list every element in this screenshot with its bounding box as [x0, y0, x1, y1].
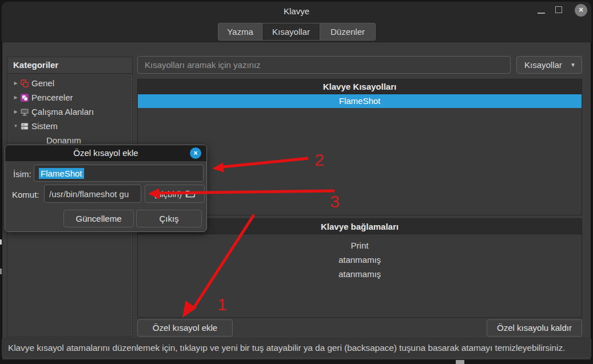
dialog-title: Özel kısayol ekle [73, 148, 138, 158]
windows-magenta-icon [20, 93, 29, 102]
categories-tree: ▶ Genel ▶ Pencereler ▶ [7, 74, 132, 147]
file-chooser-label: (hiçbiri) [154, 189, 182, 199]
sidebar-item-sistem[interactable]: ▼ Sistem [7, 119, 132, 133]
bindings-table: Klavye bağlamaları Print atanmamış atanm… [137, 218, 582, 318]
command-input[interactable] [44, 185, 141, 203]
taskbar-peek-artifact [456, 360, 464, 364]
bindings-table-body: Print atanmamış atanmamış [138, 234, 582, 281]
screen-edge-artifact [0, 269, 2, 274]
dialog-close-icon[interactable]: × [190, 147, 201, 159]
screen: Klavye × Yazma Kısayollar Düzenler Kateg… [0, 0, 593, 364]
windows-red-icon [20, 79, 29, 88]
add-shortcut-dialog: Özel kısayol ekle × İsim: FlameShot Komu… [5, 145, 207, 232]
dialog-titlebar: Özel kısayol ekle × [5, 145, 206, 161]
footer-hint-bar: Klavye kısayol atamalarını düzenlemek iç… [2, 338, 591, 357]
sidebar-item-label: Sistem [31, 121, 58, 131]
file-chooser-button[interactable]: (hiçbiri) [145, 185, 205, 203]
tab-duzenler[interactable]: Düzenler [320, 23, 376, 41]
exit-button[interactable]: Çıkış [136, 210, 202, 227]
expander-expanded-icon[interactable]: ▼ [11, 123, 20, 129]
monitor-icon [20, 107, 29, 117]
categories-header: Kategoriler [7, 57, 132, 74]
command-label: Komut: [12, 190, 39, 199]
sidebar-item-genel[interactable]: ▶ Genel [7, 76, 132, 90]
window-title: Klavye [0, 6, 593, 16]
filter-dropdown-value: Kısayollar [524, 60, 562, 70]
chevron-down-icon: ▼ [570, 62, 576, 68]
sidebar-item-label: Genel [31, 78, 54, 88]
sidebar-item-label: Pencereler [31, 93, 73, 102]
binding-row[interactable]: atanmamış [138, 253, 582, 267]
sidebar-item-label: Çalışma Alanları [31, 107, 94, 117]
maximize-icon[interactable] [555, 6, 562, 13]
name-input[interactable]: FlameShot [34, 165, 204, 182]
binding-row[interactable]: atanmamış [138, 267, 582, 281]
minimize-icon[interactable] [538, 13, 545, 14]
expander-collapsed-icon[interactable]: ▶ [11, 95, 20, 100]
name-input-selected-text: FlameShot [39, 168, 84, 179]
footer-hint-text: Klavye kısayol atamalarını düzenlemek iç… [2, 343, 565, 353]
shortcuts-table-header: Klavye Kısayolları [138, 79, 582, 94]
filter-dropdown[interactable]: Kısayollar ▼ [516, 56, 582, 74]
sidebar-item-pencereler[interactable]: ▶ Pencereler [7, 90, 132, 105]
update-button[interactable]: Güncelleme [63, 210, 134, 227]
shortcut-row-flameshot[interactable]: FlameShot [138, 94, 582, 108]
expander-collapsed-icon[interactable]: ▶ [11, 81, 20, 86]
tab-yazma[interactable]: Yazma [218, 23, 262, 41]
screen-edge-artifact [0, 239, 2, 245]
name-label: İsim: [13, 169, 31, 179]
close-icon[interactable]: × [575, 4, 587, 17]
sidebar-item-label: Donanım [46, 135, 81, 145]
remove-custom-shortcut-button[interactable]: Özel kısayolu kaldır [487, 319, 582, 337]
add-custom-shortcut-button[interactable]: Özel kısayol ekle [137, 319, 233, 337]
folder-open-icon [185, 190, 196, 198]
expander-collapsed-icon[interactable]: ▶ [11, 109, 20, 114]
binding-row[interactable]: Print [138, 238, 582, 253]
tab-kisayollar[interactable]: Kısayollar [262, 23, 320, 41]
system-icon [20, 122, 29, 131]
search-input[interactable] [137, 56, 511, 74]
sidebar-item-calisma-alanlari[interactable]: ▶ Çalışma Alanları [7, 105, 132, 119]
